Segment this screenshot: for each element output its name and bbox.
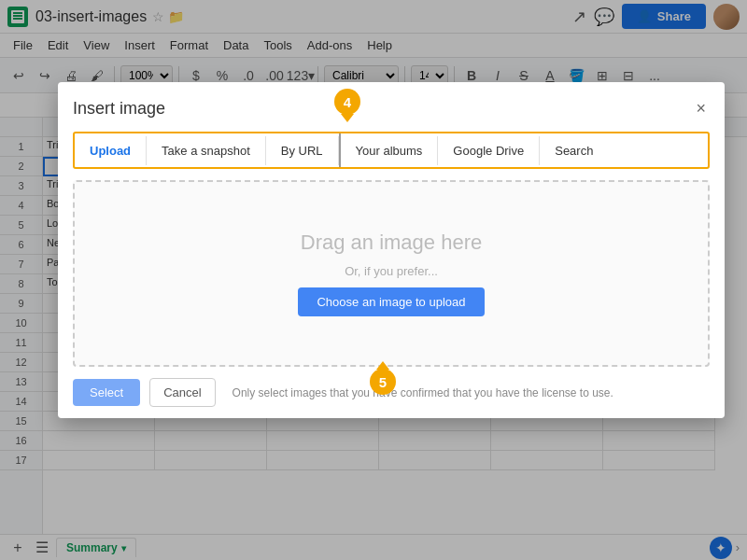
insert-image-modal: Insert image × Upload Take a snapshot By…	[58, 82, 725, 418]
annotation-bubble-5: 5	[370, 369, 396, 395]
tab-upload[interactable]: Upload	[75, 136, 147, 165]
drop-text: Drag an image here	[301, 231, 482, 255]
or-text: Or, if you prefer...	[345, 264, 438, 278]
modal-close-button[interactable]: ×	[692, 95, 710, 122]
license-text: Only select images that you have confirm…	[233, 386, 613, 399]
select-button[interactable]: Select	[73, 379, 140, 406]
choose-image-button[interactable]: Choose an image to upload	[298, 287, 484, 316]
modal-header: Insert image ×	[58, 82, 725, 132]
tab-search[interactable]: Search	[540, 136, 608, 165]
tab-url[interactable]: By URL	[266, 136, 339, 165]
tab-snapshot[interactable]: Take a snapshot	[147, 136, 266, 165]
drop-zone: Drag an image here Or, if you prefer... …	[73, 180, 710, 367]
annotation-bubble-4: 4	[334, 89, 360, 115]
modal-tabs: Upload Take a snapshot By URL Your album…	[73, 132, 710, 169]
cancel-button[interactable]: Cancel	[149, 378, 215, 407]
tab-drive[interactable]: Google Drive	[438, 136, 540, 165]
modal-title: Insert image	[73, 99, 165, 119]
tab-albums[interactable]: Your albums	[341, 136, 439, 165]
